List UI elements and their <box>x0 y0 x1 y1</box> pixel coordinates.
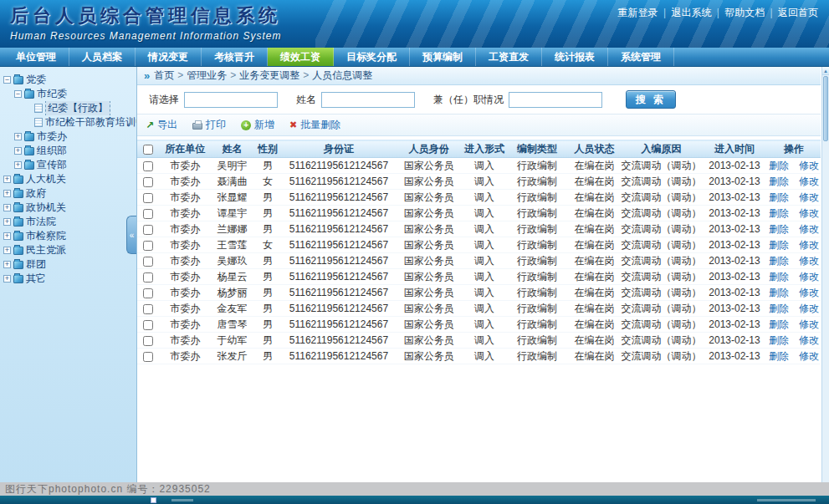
expand-icon[interactable]: + <box>3 247 11 254</box>
delete-link[interactable]: 删除 <box>769 271 789 283</box>
nav-item[interactable]: 考核晋升 <box>202 48 268 66</box>
expand-icon[interactable]: + <box>3 275 11 283</box>
expand-icon[interactable]: + <box>14 133 22 140</box>
edit-link[interactable]: 修改 <box>799 207 819 219</box>
tree-item[interactable]: −市纪委 <box>0 87 136 101</box>
delete-link[interactable]: 删除 <box>769 255 789 267</box>
delete-link[interactable]: 删除 <box>769 176 789 187</box>
column-header[interactable]: 人员状态 <box>568 140 622 158</box>
nav-item[interactable]: 工资直发 <box>476 48 542 66</box>
nav-item[interactable]: 单位管理 <box>3 48 69 66</box>
collapse-icon[interactable]: − <box>14 90 22 98</box>
header-link[interactable]: 帮助文档 <box>724 7 765 18</box>
select-all-checkbox[interactable] <box>143 145 153 155</box>
job-input[interactable] <box>509 92 602 108</box>
breadcrumb-item[interactable]: 人员信息调整 <box>312 69 372 81</box>
tree-item[interactable]: +政府 <box>0 186 136 201</box>
expand-icon[interactable]: + <box>3 176 11 183</box>
delete-link[interactable]: 删除 <box>769 239 789 251</box>
tree-item[interactable]: −党委 <box>0 73 136 87</box>
tree-item[interactable]: +组织部 <box>0 144 136 158</box>
expand-icon[interactable]: + <box>3 232 11 240</box>
header-link[interactable]: 退出系统 <box>671 7 711 18</box>
edit-link[interactable]: 修改 <box>799 239 819 251</box>
header-link[interactable]: 返回首页 <box>778 7 818 18</box>
breadcrumb-item[interactable]: 业务变更调整 <box>239 69 299 81</box>
row-checkbox[interactable] <box>143 241 153 251</box>
delete-link[interactable]: 删除 <box>769 207 789 219</box>
batch-delete-button[interactable]: ✖ 批量删除 <box>289 118 340 132</box>
collapse-icon[interactable]: − <box>3 76 11 84</box>
column-header[interactable]: 进入时间 <box>702 140 767 158</box>
edit-link[interactable]: 修改 <box>799 223 819 235</box>
tree-item[interactable]: 市纪检干部教育培训中心 <box>0 115 136 130</box>
delete-link[interactable]: 删除 <box>769 318 789 330</box>
nav-item[interactable]: 统计报表 <box>542 48 608 66</box>
edit-link[interactable]: 修改 <box>799 160 819 171</box>
row-checkbox[interactable] <box>143 352 153 362</box>
row-checkbox[interactable] <box>143 209 153 219</box>
row-checkbox[interactable] <box>143 272 153 283</box>
column-header[interactable]: 性别 <box>253 140 282 158</box>
tree-item[interactable]: 纪委【行政】 <box>0 101 136 115</box>
nav-item[interactable]: 绩效工资 <box>268 48 334 66</box>
delete-link[interactable]: 删除 <box>769 287 789 298</box>
tree-item[interactable]: +政协机关 <box>0 201 136 215</box>
row-checkbox[interactable] <box>143 288 153 298</box>
expand-icon[interactable]: + <box>3 190 11 197</box>
delete-link[interactable]: 删除 <box>769 191 789 203</box>
edit-link[interactable]: 修改 <box>799 271 819 283</box>
row-checkbox[interactable] <box>143 161 153 171</box>
column-header[interactable]: 姓名 <box>211 140 253 158</box>
edit-link[interactable]: 修改 <box>799 176 819 187</box>
expand-icon[interactable]: + <box>3 204 11 211</box>
header-link[interactable]: 重新登录 <box>618 7 658 18</box>
add-button[interactable]: + 新增 <box>241 118 274 132</box>
tree-item[interactable]: +群团 <box>0 257 136 272</box>
column-header[interactable]: 所在单位 <box>159 140 211 158</box>
edit-link[interactable]: 修改 <box>799 334 819 346</box>
column-header[interactable]: 编制类型 <box>506 140 568 158</box>
delete-link[interactable]: 删除 <box>769 160 789 171</box>
tree-item[interactable]: +宣传部 <box>0 158 136 172</box>
tree-item[interactable]: +市委办 <box>0 130 136 144</box>
delete-link[interactable]: 删除 <box>769 350 789 362</box>
nav-item[interactable]: 系统管理 <box>608 48 674 66</box>
search-button[interactable]: 搜 索 <box>626 90 676 109</box>
delete-link[interactable]: 删除 <box>769 303 789 314</box>
delete-link[interactable]: 删除 <box>769 334 789 346</box>
vertical-scrollbar[interactable]: ▲ <box>821 67 829 482</box>
nav-item[interactable]: 情况变更 <box>136 48 202 66</box>
tree-item[interactable]: +人大机关 <box>0 172 136 186</box>
breadcrumb-item[interactable]: 管理业务 <box>187 69 227 81</box>
scroll-up-icon[interactable]: ▲ <box>822 67 829 75</box>
name-input[interactable] <box>321 92 415 108</box>
print-button[interactable]: 打印 <box>192 118 226 132</box>
nav-item[interactable]: 预算编制 <box>410 48 476 66</box>
row-checkbox[interactable] <box>143 177 153 187</box>
edit-link[interactable]: 修改 <box>799 287 819 298</box>
tree-item[interactable]: +市法院 <box>0 215 136 229</box>
select-input[interactable] <box>184 92 278 108</box>
row-checkbox[interactable] <box>143 257 153 267</box>
row-checkbox[interactable] <box>143 225 153 235</box>
edit-link[interactable]: 修改 <box>799 318 819 330</box>
breadcrumb-item[interactable]: 首页 <box>154 69 174 81</box>
sidebar-collapse-handle[interactable]: « <box>126 216 136 254</box>
tree-item[interactable]: +其它 <box>0 272 136 286</box>
delete-link[interactable]: 删除 <box>769 223 789 235</box>
edit-link[interactable]: 修改 <box>799 303 819 314</box>
expand-icon[interactable]: + <box>14 161 22 169</box>
row-checkbox[interactable] <box>143 193 153 203</box>
column-header[interactable]: 身份证 <box>282 140 396 158</box>
row-checkbox[interactable] <box>143 336 153 346</box>
expand-icon[interactable]: + <box>3 218 11 226</box>
edit-link[interactable]: 修改 <box>799 255 819 267</box>
nav-item[interactable]: 人员档案 <box>69 48 136 66</box>
export-button[interactable]: ↗ 导出 <box>146 118 177 132</box>
edit-link[interactable]: 修改 <box>799 191 819 203</box>
column-header[interactable]: 操作 <box>767 140 821 158</box>
row-checkbox[interactable] <box>143 320 153 330</box>
scrollbar-thumb[interactable] <box>823 76 828 141</box>
expand-icon[interactable]: + <box>3 261 11 268</box>
